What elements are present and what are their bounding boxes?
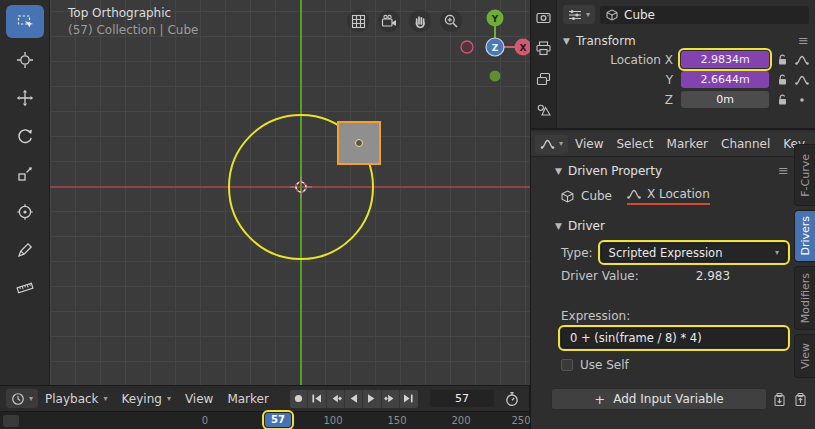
timeline-ruler[interactable]: 0 100 150 200 250 57 <box>0 411 529 429</box>
location-x-field[interactable]: 2.9834m <box>681 51 769 68</box>
location-y-row: Y 2.6644m <box>563 71 809 88</box>
gizmo-axis-negy-ball[interactable] <box>490 71 501 82</box>
copy-variables-button[interactable] <box>770 390 788 408</box>
menu-keying[interactable]: Keying▾ <box>115 389 178 409</box>
move-icon <box>16 89 34 107</box>
view-layer-tab[interactable] <box>533 68 555 90</box>
cube-object[interactable] <box>337 121 381 165</box>
add-input-variable-button[interactable]: + Add Input Variable <box>551 388 767 410</box>
scene-tab[interactable] <box>533 99 555 121</box>
tool-measure-button[interactable] <box>6 271 44 304</box>
location-x-row: Location X 2.9834m <box>563 51 809 68</box>
transform-panel-title: Transform <box>576 34 636 48</box>
play-reverse-button[interactable] <box>345 390 363 408</box>
tool-annotate-button[interactable] <box>6 233 44 266</box>
driver-type-dropdown[interactable]: Scripted Expression ▾ <box>601 243 787 262</box>
expression-field[interactable]: 0 + (sin(frame / 8) * 4) <box>561 328 787 348</box>
stopwatch-button[interactable] <box>502 389 523 409</box>
record-button[interactable] <box>290 390 308 408</box>
timeline-editor-type-button[interactable]: ▾ <box>6 389 38 408</box>
annotate-pen-icon <box>16 241 34 259</box>
current-frame-field[interactable]: 57 <box>430 390 494 407</box>
location-y-field[interactable]: 2.6644m <box>681 71 769 88</box>
drivers-editor-type-button[interactable]: ▾ <box>535 135 568 154</box>
panel-menu-icon[interactable]: ≡ <box>798 33 809 48</box>
tool-select-box-button[interactable] <box>6 5 44 38</box>
measure-ruler-icon <box>16 279 34 297</box>
driver-curve-icon <box>540 138 555 150</box>
use-self-checkbox[interactable] <box>561 359 573 371</box>
tool-move-button[interactable] <box>6 81 44 114</box>
ruler-tick: 250 <box>511 415 530 426</box>
drivers-sidebar-tabs: F-Curve Drivers Modifiers View <box>794 144 815 378</box>
driver-value-row: Driver Value: 2.983 <box>537 269 809 283</box>
menu-view-drivers[interactable]: View <box>569 134 609 154</box>
location-z-field[interactable]: 0m <box>681 91 769 108</box>
driven-channel[interactable]: X Location <box>627 187 710 205</box>
menu-playback[interactable]: Playback▾ <box>38 389 115 409</box>
driver-value: 2.983 <box>639 269 787 283</box>
animate-dot-icon[interactable] <box>795 94 809 106</box>
lock-icon[interactable] <box>777 74 788 86</box>
jump-end-button[interactable] <box>400 390 418 408</box>
panel-menu-icon[interactable]: ≡ <box>778 163 789 178</box>
transform-icon <box>16 203 34 221</box>
pan-view-button[interactable] <box>409 10 431 32</box>
menu-marker[interactable]: Marker <box>661 134 714 154</box>
driven-property-row: Cube X Location <box>537 187 809 205</box>
drivers-editor: ▾ View Select Marker Channel Key ▼ Drive… <box>531 132 815 429</box>
driver-decorator-icon[interactable] <box>795 74 809 86</box>
lock-icon[interactable] <box>777 54 788 66</box>
driven-object-name[interactable]: Cube <box>581 189 612 203</box>
output-tab[interactable] <box>533 37 555 59</box>
grid-toggle-button[interactable] <box>347 10 369 32</box>
menu-channel[interactable]: Channel <box>715 134 776 154</box>
driver-type-label: Type: <box>561 246 593 260</box>
play-button[interactable] <box>363 390 381 408</box>
driven-channel-label: X Location <box>647 187 710 201</box>
playhead-frame-badge[interactable]: 57 <box>265 413 291 427</box>
next-keyframe-button[interactable] <box>382 390 400 408</box>
tool-scale-button[interactable] <box>6 157 44 190</box>
tab-modifiers[interactable]: Modifiers <box>794 266 815 330</box>
tab-view[interactable]: View <box>794 334 815 378</box>
camera-view-button[interactable] <box>378 10 400 32</box>
driven-property-panel-header[interactable]: ▼ Driven Property ≡ <box>537 163 809 178</box>
driver-type-row: Type: Scripted Expression ▾ <box>537 243 809 262</box>
location-z-label: Z <box>563 93 681 107</box>
gizmo-axis-negx-ball[interactable] <box>461 41 473 53</box>
copy-variables-icon <box>772 392 787 407</box>
navigation-gizmo[interactable]: Y X Z <box>455 7 530 87</box>
paste-variables-button[interactable] <box>791 390 809 408</box>
object-origin-dot <box>355 139 363 147</box>
expression-label: Expression: <box>537 309 809 323</box>
properties-editor-type-button[interactable]: ▾ <box>563 5 595 24</box>
lock-icon[interactable] <box>777 94 788 106</box>
ruler-scrollbar-handle[interactable] <box>3 415 19 427</box>
cube-icon <box>606 9 618 21</box>
menu-marker-timeline[interactable]: Marker <box>220 389 275 409</box>
use-self-row: Use Self <box>537 358 809 372</box>
ruler-tick: 150 <box>387 415 406 426</box>
prev-keyframe-button[interactable] <box>327 390 345 408</box>
tool-rotate-button[interactable] <box>6 119 44 152</box>
chevron-down-icon: ▾ <box>167 395 171 403</box>
menu-select[interactable]: Select <box>611 134 660 154</box>
object-name-field[interactable]: Cube <box>600 6 809 24</box>
tool-cursor-button[interactable] <box>6 43 44 76</box>
tab-f-curve[interactable]: F-Curve <box>794 144 815 206</box>
tab-drivers[interactable]: Drivers <box>794 210 815 262</box>
cube-icon <box>561 190 574 203</box>
render-tab[interactable] <box>533 6 555 28</box>
viewport-3d[interactable]: Top Orthographic (57) Collection | Cube … <box>50 0 530 385</box>
right-panel-column: ▾ Cube ▼ Transform ≡ Location X 2.9834m <box>530 0 815 429</box>
driver-panel-header[interactable]: ▼ Driver <box>537 219 809 233</box>
driver-decorator-icon[interactable] <box>795 54 809 66</box>
blender-window: Top Orthographic (57) Collection | Cube … <box>0 0 815 429</box>
tool-transform-button[interactable] <box>6 195 44 228</box>
menu-view-timeline[interactable]: View <box>178 389 220 409</box>
transform-panel-header[interactable]: ▼ Transform ≡ <box>563 33 809 48</box>
chevron-down-icon: ▾ <box>104 395 108 403</box>
jump-start-button[interactable] <box>308 390 326 408</box>
properties-main: ▾ Cube ▼ Transform ≡ Location X 2.9834m <box>557 0 815 128</box>
